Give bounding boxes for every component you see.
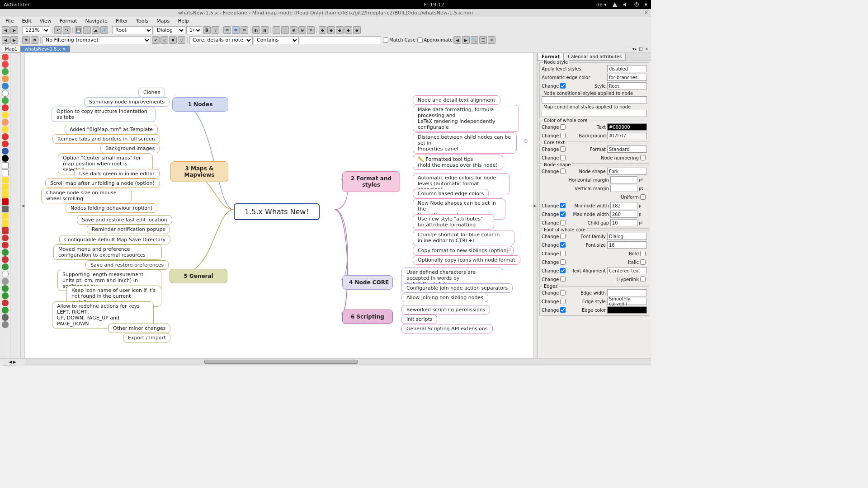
menu-format[interactable]: Format	[56, 17, 81, 25]
root-node[interactable]: 1.5.x Whats New!	[234, 203, 320, 220]
find-icon[interactable]: 🔍	[471, 36, 478, 44]
uniform-checkbox[interactable]	[640, 194, 646, 200]
extra1-icon[interactable]: ◐	[252, 26, 260, 34]
leaf-node[interactable]: Option to copy structure indentation as …	[52, 107, 156, 122]
project-tab[interactable]: Map1	[2, 46, 20, 52]
maxw-value[interactable]: 260	[610, 211, 637, 218]
leaf-node[interactable]: Use new style "attributes" for attribute…	[413, 214, 494, 230]
hub-format[interactable]: 2 Format and styles	[342, 171, 400, 192]
ec-value[interactable]	[607, 306, 647, 314]
align-right-icon[interactable]: ≡	[241, 26, 248, 34]
extra7-icon[interactable]: ✕	[307, 26, 315, 34]
leaf-node[interactable]: General Scripting API extensions	[401, 324, 493, 333]
leaf-node[interactable]: Init scripts	[401, 314, 437, 324]
leaf-node[interactable]: Change shortcut for blue color in inline…	[413, 230, 514, 245]
maxw-checkbox[interactable]	[560, 211, 566, 217]
canvas-hscroll[interactable]	[25, 358, 537, 365]
palette-icon[interactable]	[2, 285, 9, 292]
next-map-icon[interactable]: ▶	[10, 26, 18, 34]
mindmap-canvas[interactable]: 1.5.x Whats New! 1 Nodes Clones Summary …	[25, 53, 533, 358]
palette-icon[interactable]	[2, 54, 9, 61]
palette-icon[interactable]	[2, 97, 9, 104]
childgap-checkbox[interactable]	[560, 220, 566, 225]
palette-icon[interactable]	[2, 191, 9, 198]
italic-checkbox[interactable]	[560, 259, 566, 265]
palette-icon[interactable]	[2, 235, 9, 241]
extra12-icon[interactable]: ◆	[353, 26, 361, 34]
find-next-icon[interactable]: ▶	[462, 36, 470, 44]
f3-icon[interactable]: ⚑	[22, 36, 30, 44]
bg-color-checkbox[interactable]	[560, 133, 566, 138]
italic-icon[interactable]: I	[212, 26, 219, 34]
palette-icon[interactable]	[2, 220, 9, 227]
tab-calendar[interactable]: Calendar and attributes	[564, 53, 626, 61]
filter-clear-icon[interactable]: ✖	[169, 36, 177, 44]
nodeshape-value[interactable]: Fork	[607, 168, 647, 175]
save-icon[interactable]: 💾	[75, 26, 82, 34]
undo-icon[interactable]: ↶	[54, 26, 62, 34]
leaf-node[interactable]: Reworked scripting permissions	[401, 305, 490, 314]
fs-checkbox[interactable]	[560, 242, 566, 248]
vmargin-value[interactable]	[610, 185, 637, 192]
prev-map-icon[interactable]: ◀	[2, 26, 9, 34]
status-mode-icon[interactable]: ABc	[3, 366, 16, 366]
filter-icon[interactable]: ▽	[160, 36, 168, 44]
palette-icon[interactable]	[2, 206, 9, 212]
apply-level-value[interactable]: disabled	[607, 65, 647, 72]
menu-edit[interactable]: Edit	[18, 17, 35, 25]
ta-checkbox[interactable]	[560, 268, 566, 273]
palette-icon[interactable]	[2, 141, 9, 147]
close-icon[interactable]: ×	[644, 9, 648, 15]
text-color-checkbox[interactable]	[560, 124, 566, 130]
leaf-node[interactable]: Moved menu and preference configuration …	[53, 244, 162, 260]
font-family-select[interactable]: Dialog	[154, 26, 185, 34]
italic-value-checkbox[interactable]	[640, 259, 646, 265]
filter-apply-icon[interactable]: ✔	[152, 36, 160, 44]
leaf-node[interactable]: Nodes folding behaviour (option)	[66, 203, 157, 213]
palette-icon[interactable]	[2, 307, 9, 314]
numbering-checkbox[interactable]	[560, 155, 566, 160]
palette-icon[interactable]	[2, 314, 9, 321]
leaf-node[interactable]: Make data formatting, formula processing…	[413, 105, 519, 132]
lang-indicator[interactable]: de ▾	[596, 2, 607, 8]
volume-icon[interactable]	[623, 2, 628, 7]
leaf-node[interactable]: Node and detail text alignment	[413, 95, 500, 105]
hub-general[interactable]: 5 General	[170, 269, 227, 283]
es-checkbox[interactable]	[560, 299, 566, 304]
filter-select[interactable]: No Filtering (remove)	[42, 36, 151, 44]
redo-icon[interactable]: ↷	[63, 26, 71, 34]
hub-mapviews[interactable]: 3 Maps & Mapviews	[170, 161, 228, 182]
format-value[interactable]: Standard	[607, 145, 647, 153]
extra2-icon[interactable]: ◑	[261, 26, 269, 34]
palette-icon[interactable]	[2, 112, 9, 118]
filter-scope-select[interactable]: Core, details or note	[189, 36, 253, 44]
leaf-node[interactable]: Remove tabs and borders in full screen	[52, 134, 160, 144]
align-left-icon[interactable]: ≡	[223, 26, 231, 34]
ff-checkbox[interactable]	[560, 234, 566, 239]
document-tab-active[interactable]: whatsNew-1.5.x ×	[20, 46, 70, 52]
link-icon[interactable]: 🔗	[100, 26, 108, 34]
menu-help[interactable]: Help	[174, 17, 193, 25]
ew-value[interactable]	[607, 289, 647, 296]
leaf-node[interactable]: Use dark green in inline editor	[74, 169, 160, 178]
leaf-node[interactable]: Copy format to new siblings (option)	[413, 246, 514, 255]
f4-icon[interactable]: ⚑	[31, 36, 38, 44]
palette-icon[interactable]	[2, 227, 9, 234]
leaf-node[interactable]: Other minor changes	[108, 324, 170, 333]
palette-icon[interactable]	[2, 256, 9, 263]
palette-icon[interactable]	[2, 184, 9, 191]
hub-nodes[interactable]: 1 Nodes	[172, 97, 228, 112]
leaf-node[interactable]: Configurable join node action separators	[401, 283, 513, 293]
palette-icon[interactable]	[2, 177, 9, 183]
palette-icon[interactable]	[2, 90, 9, 97]
filter-op-select[interactable]: Contains	[254, 36, 299, 44]
palette-icon[interactable]	[2, 75, 9, 82]
palette-icon[interactable]	[2, 321, 9, 328]
bold-checkbox[interactable]	[560, 251, 566, 256]
collapse-left-icon[interactable]: ◀	[21, 53, 25, 358]
palette-icon[interactable]	[2, 300, 9, 306]
cond2-box[interactable]	[542, 110, 647, 117]
style-value[interactable]: Root	[607, 82, 647, 89]
menu-tools[interactable]: Tools	[132, 17, 152, 25]
menu-view[interactable]: View	[36, 17, 55, 25]
